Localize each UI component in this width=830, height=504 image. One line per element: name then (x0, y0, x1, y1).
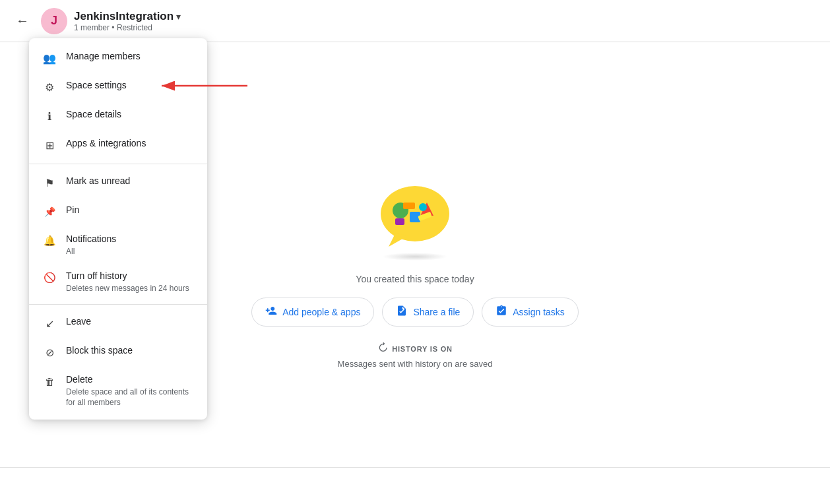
svg-rect-10 (395, 218, 404, 225)
menu-text-leave: Leave (66, 315, 91, 329)
menu-item-leave[interactable]: Leave (29, 309, 207, 338)
history-label: HISTORY IS ON (392, 345, 453, 353)
add-people-button[interactable]: Add people & apps (251, 298, 374, 327)
divider-1 (29, 164, 207, 164)
space-settings-label: Space settings (66, 79, 127, 92)
pin-icon (42, 205, 57, 219)
mark-unread-label: Mark as unread (66, 175, 130, 188)
space-info[interactable]: JenkinsIntegration ▾ 1 member • Restrict… (74, 10, 181, 32)
created-text: You created this space today (356, 274, 474, 284)
assign-tasks-svg (495, 305, 507, 317)
space-meta: 1 member • Restricted (74, 23, 181, 32)
share-file-icon (396, 305, 408, 319)
menu-item-manage-members[interactable]: Manage members (29, 44, 207, 73)
menu-text-manage-members: Manage members (66, 50, 141, 63)
leave-icon (42, 316, 57, 331)
space-illustration (375, 177, 455, 253)
turn-off-history-icon (42, 270, 57, 285)
menu-text-pin: Pin (66, 204, 79, 217)
apps-integrations-label: Apps & integrations (66, 137, 146, 150)
menu-item-turn-off-history[interactable]: Turn off history Deletes new messages in… (29, 263, 207, 300)
space-shadow (382, 253, 448, 261)
menu-item-mark-unread[interactable]: Mark as unread (29, 168, 207, 197)
dropdown-menu: Manage members Space settings Space deta… (29, 38, 207, 420)
share-file-svg (396, 305, 408, 317)
space-name-row: JenkinsIntegration ▾ (74, 10, 181, 23)
apps-integrations-icon (42, 138, 57, 152)
add-people-icon (265, 305, 277, 319)
space-name: JenkinsIntegration (74, 10, 174, 23)
menu-text-mark-unread: Mark as unread (66, 175, 130, 188)
chat-illustration (375, 177, 455, 250)
delete-icon (42, 374, 57, 389)
add-people-label: Add people & apps (282, 307, 360, 317)
back-button[interactable]: ← (11, 9, 34, 33)
menu-text-block-space: Block this space (66, 344, 133, 358)
notifications-label: Notifications (66, 233, 116, 246)
space-details-label: Space details (66, 108, 121, 121)
delete-label: Delete (66, 373, 194, 387)
notifications-sublabel: All (66, 247, 116, 257)
menu-item-space-details[interactable]: Space details (29, 102, 207, 131)
space-avatar: J (41, 8, 67, 34)
menu-text-space-details: Space details (66, 108, 121, 121)
manage-members-icon (42, 51, 57, 65)
history-sub: Messages sent with history on are saved (338, 359, 493, 369)
svg-rect-7 (403, 203, 415, 209)
history-clock-icon (377, 342, 388, 355)
menu-item-block-space[interactable]: Block this space (29, 338, 207, 367)
menu-text-delete: Delete Delete space and all of its conte… (66, 373, 194, 408)
pin-label: Pin (66, 204, 79, 217)
share-file-label: Share a file (413, 307, 460, 317)
clock-svg (377, 342, 388, 353)
menu-item-apps-integrations[interactable]: Apps & integrations (29, 131, 207, 160)
menu-item-pin[interactable]: Pin (29, 197, 207, 226)
space-settings-icon (42, 80, 57, 94)
block-space-icon (42, 345, 57, 360)
turn-off-history-label: Turn off history (66, 270, 189, 283)
manage-members-label: Manage members (66, 50, 141, 63)
mark-unread-icon (42, 175, 57, 190)
menu-text-apps-integrations: Apps & integrations (66, 137, 146, 150)
menu-item-notifications[interactable]: Notifications All (29, 226, 207, 263)
assign-tasks-label: Assign tasks (513, 307, 565, 317)
menu-item-delete[interactable]: Delete Delete space and all of its conte… (29, 367, 207, 414)
divider-2 (29, 304, 207, 305)
notifications-icon (42, 234, 57, 248)
turn-off-history-sublabel: Deletes new messages in 24 hours (66, 284, 189, 294)
menu-text-notifications: Notifications All (66, 233, 116, 257)
assign-tasks-icon (495, 305, 507, 319)
space-details-icon (42, 109, 57, 123)
action-buttons: Add people & apps Share a file Assign ta… (251, 298, 579, 327)
menu-text-turn-off-history: Turn off history Deletes new messages in… (66, 270, 189, 294)
block-space-label: Block this space (66, 344, 133, 358)
svg-point-9 (419, 203, 427, 211)
add-people-svg (265, 305, 277, 317)
bottom-input-bar (0, 467, 830, 504)
dropdown-arrow-icon: ▾ (176, 11, 181, 22)
delete-sublabel: Delete space and all of its contents for… (66, 387, 194, 408)
history-row: HISTORY IS ON (377, 342, 453, 355)
header: ← J JenkinsIntegration ▾ 1 member • Rest… (0, 0, 830, 42)
menu-text-space-settings: Space settings (66, 79, 127, 92)
assign-tasks-button[interactable]: Assign tasks (482, 298, 579, 327)
menu-item-space-settings[interactable]: Space settings (29, 73, 207, 102)
leave-label: Leave (66, 315, 91, 329)
share-file-button[interactable]: Share a file (382, 298, 474, 327)
